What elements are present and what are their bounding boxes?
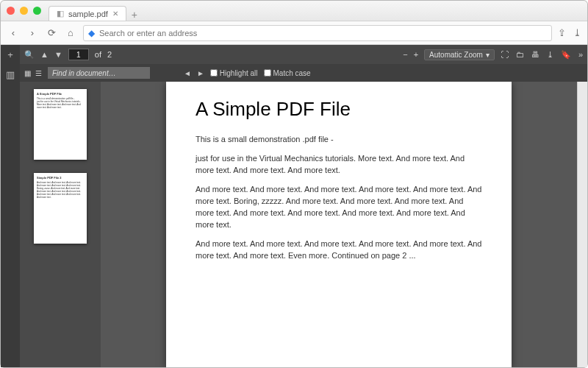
- window-titlebar: ◧ sample.pdf ✕ +: [1, 1, 587, 21]
- new-tab-gutter-button[interactable]: +: [7, 49, 13, 60]
- pdf-content: A Simple PDF File This is a small demons…: [20, 82, 587, 367]
- tab-strip: ◧ sample.pdf ✕ +: [49, 1, 143, 21]
- document-paragraph: just for use in the Virtual Mechanics tu…: [196, 153, 482, 177]
- address-bar[interactable]: ◆: [83, 25, 552, 41]
- document-paragraph: This is a small demonstration .pdf file …: [196, 134, 482, 146]
- bookmark-icon[interactable]: 🔖: [561, 50, 571, 60]
- tab-title: sample.pdf: [68, 10, 108, 18]
- presentation-icon[interactable]: ⛶: [501, 50, 509, 60]
- page-total-label: 2: [107, 50, 112, 59]
- find-prev-icon[interactable]: ◄: [184, 69, 191, 77]
- download-icon[interactable]: ⤓: [573, 27, 581, 38]
- document-paragraph: And more text. And more text. And more t…: [196, 238, 482, 262]
- thumbnail-page-1[interactable]: A Simple PDF File This is a small demons…: [34, 89, 87, 160]
- find-next-icon[interactable]: ►: [197, 69, 204, 77]
- zoom-label-text: Automatic Zoom: [429, 51, 483, 59]
- thumbnail-panel: A Simple PDF File This is a small demons…: [20, 82, 101, 367]
- window-controls: [7, 7, 41, 15]
- tab-close-icon[interactable]: ✕: [112, 10, 118, 18]
- browser-tab[interactable]: ◧ sample.pdf ✕: [49, 6, 126, 21]
- site-identity-icon: ◆: [88, 28, 95, 38]
- pdf-toolbar-right: ⛶ 🗀 🖶 ⤓ 🔖 »: [501, 50, 583, 60]
- browser-window: ◧ sample.pdf ✕ + ‹ › ⟳ ⌂ ◆ ⇪ ⤓ + ▥ 🔍 ▲: [0, 0, 588, 368]
- page-of-label: of: [95, 50, 101, 59]
- page-area[interactable]: A Simple PDF File This is a small demons…: [101, 82, 577, 367]
- maximize-window-button[interactable]: [33, 7, 41, 15]
- zoom-out-icon[interactable]: −: [403, 50, 407, 59]
- highlight-all-label: Highlight all: [220, 69, 258, 77]
- outline-view-icon[interactable]: ☰: [35, 69, 42, 77]
- next-page-icon[interactable]: ▼: [54, 50, 62, 59]
- minimize-window-button[interactable]: [20, 7, 28, 15]
- find-input[interactable]: [48, 67, 150, 79]
- thumbnail-page-2[interactable]: Simple PDF File 2 And more text. And mor…: [34, 173, 87, 244]
- prev-page-icon[interactable]: ▲: [40, 50, 49, 59]
- document-title: A Simple PDF File: [196, 98, 482, 121]
- thumbnail-view-icon[interactable]: ▦: [24, 69, 31, 77]
- save-icon[interactable]: ⤓: [547, 50, 553, 60]
- document-paragraph: And more text. And more text. And more t…: [196, 184, 482, 231]
- share-icon[interactable]: ⇪: [558, 27, 566, 38]
- search-icon[interactable]: 🔍: [24, 50, 35, 60]
- pdf-page-1: A Simple PDF File This is a small demons…: [166, 82, 512, 367]
- zoom-in-icon[interactable]: +: [414, 50, 418, 59]
- highlight-all-input[interactable]: [210, 69, 218, 77]
- pdf-findbar: ▦ ☰ ◄ ► Highlight all Match case: [20, 64, 587, 82]
- match-case-checkbox[interactable]: Match case: [264, 69, 311, 77]
- pdf-viewer: + ▥ 🔍 ▲ ▼ of 2 − + Automatic Zoom ▾ ⛶: [1, 45, 587, 367]
- zoom-select[interactable]: Automatic Zoom ▾: [424, 49, 495, 60]
- home-button[interactable]: ⌂: [64, 27, 77, 38]
- browser-navbar: ‹ › ⟳ ⌂ ◆ ⇪ ⤓: [1, 21, 587, 45]
- tab-favicon: ◧: [57, 9, 64, 18]
- sidebar-view-toggle: ▦ ☰: [24, 69, 42, 77]
- forward-button[interactable]: ›: [26, 27, 39, 38]
- match-case-input[interactable]: [264, 69, 271, 77]
- address-input[interactable]: [99, 29, 547, 38]
- match-case-label: Match case: [273, 69, 311, 77]
- page-number-input[interactable]: [68, 49, 89, 60]
- navbar-end: ⇪ ⤓: [558, 27, 581, 38]
- viewer-gutter: + ▥: [1, 45, 20, 367]
- highlight-all-checkbox[interactable]: Highlight all: [210, 69, 258, 77]
- reload-button[interactable]: ⟳: [45, 27, 58, 38]
- pdf-toolbar: 🔍 ▲ ▼ of 2 − + Automatic Zoom ▾ ⛶ 🗀 🖶 ⤓: [20, 45, 587, 64]
- chevron-down-icon: ▾: [486, 51, 490, 59]
- viewer-main: 🔍 ▲ ▼ of 2 − + Automatic Zoom ▾ ⛶ 🗀 🖶 ⤓: [20, 45, 587, 367]
- back-button[interactable]: ‹: [7, 27, 20, 38]
- close-window-button[interactable]: [7, 7, 15, 15]
- open-file-icon[interactable]: 🗀: [516, 50, 524, 60]
- print-icon[interactable]: 🖶: [531, 50, 539, 60]
- vertical-scrollbar[interactable]: [577, 82, 587, 367]
- new-tab-button[interactable]: +: [126, 9, 143, 21]
- sidebar-toggle-icon[interactable]: ▥: [6, 69, 15, 80]
- tools-menu-icon[interactable]: »: [578, 50, 583, 60]
